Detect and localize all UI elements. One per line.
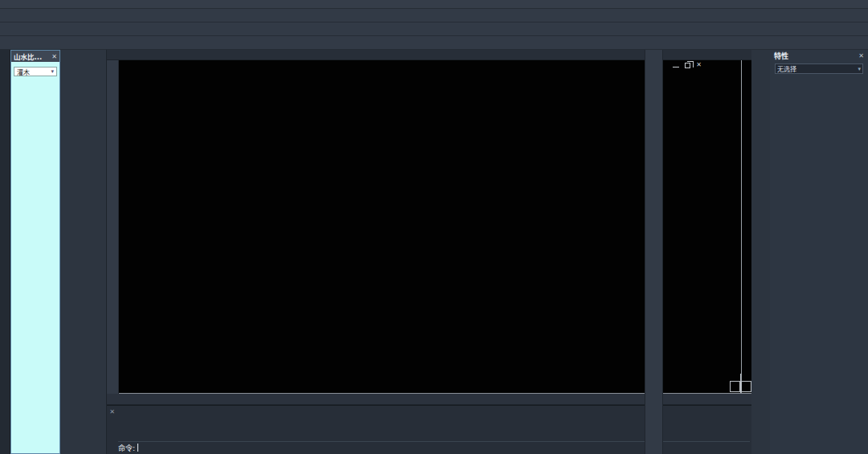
toolbar-layer-tools [0, 36, 868, 50]
draw-toolbar-vertical [107, 60, 119, 394]
command-prompt: 命令: [118, 443, 135, 453]
corner-square-left [730, 381, 740, 392]
palette-title-bar[interactable]: 山水比... ✕ [11, 51, 59, 62]
modify-toolbar-vertical [645, 50, 663, 454]
main-area: 山水比... ✕ 灌木 ▾ ✕ [0, 50, 868, 454]
selection-row: 无选择 ▾ [773, 63, 865, 74]
restore-icon[interactable] [685, 63, 690, 68]
text-cursor [137, 444, 138, 452]
properties-title: 特性 [774, 51, 788, 61]
corner-square-right [741, 381, 751, 392]
palette-title: 山水比... [14, 51, 42, 61]
cad-application-window: 山水比... ✕ 灌木 ▾ ✕ [0, 0, 868, 454]
minimize-icon[interactable] [673, 67, 679, 67]
plugin-palette: 山水比... ✕ 灌木 ▾ [10, 50, 60, 454]
menu-bar [0, 0, 868, 9]
toolbar-layers-properties [0, 22, 868, 36]
chevron-down-icon: ▾ [858, 66, 861, 72]
close-icon[interactable]: ✕ [696, 62, 702, 68]
selection-value: 无选择 [777, 64, 855, 73]
properties-title-bar: 特性 ✕ [770, 50, 868, 62]
side-tab-strip [0, 50, 10, 454]
properties-close-icon[interactable]: ✕ [858, 52, 864, 59]
viewport-edge-line [741, 60, 742, 394]
selection-combo[interactable]: 无选择 ▾ [775, 63, 863, 74]
toolbar-standard [0, 9, 868, 22]
plant-type-value: 灌木 [17, 67, 30, 76]
plant-type-dropdown[interactable]: 灌木 ▾ [14, 67, 57, 76]
palette-close-icon[interactable]: ✕ [51, 53, 57, 60]
properties-panel: 特性 ✕ 无选择 ▾ [770, 50, 868, 454]
command-close-icon[interactable]: ✕ [108, 407, 117, 416]
chevron-down-icon: ▾ [51, 68, 54, 75]
screen-menu-column [60, 50, 107, 454]
drawing-window-controls: ✕ [673, 62, 702, 68]
